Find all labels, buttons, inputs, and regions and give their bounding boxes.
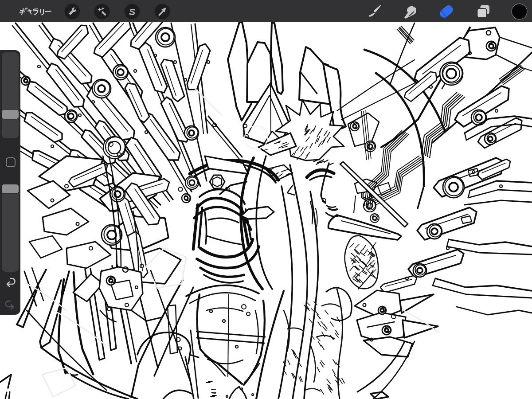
svg-text:S: S <box>129 7 135 17</box>
